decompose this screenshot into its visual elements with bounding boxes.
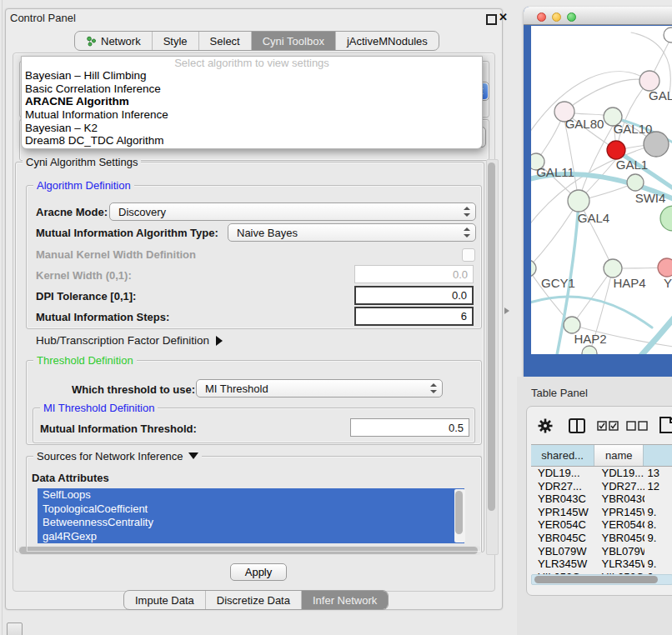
network-node[interactable] xyxy=(582,346,597,354)
float-window-icon[interactable] xyxy=(486,14,497,25)
combo-stepper-icon xyxy=(463,207,470,217)
mi-threshold-input[interactable]: 0.5 xyxy=(350,418,469,437)
minimize-traffic-light[interactable] xyxy=(552,12,561,22)
kernel-width-input[interactable]: 0.0 xyxy=(354,265,474,283)
mi-threshold-value: 0.5 xyxy=(449,422,464,434)
panel-grip-button[interactable] xyxy=(7,622,23,635)
table-row[interactable]: YPR145WYPR145W9. xyxy=(531,506,672,519)
table-cell: YER054C xyxy=(594,518,644,532)
panel-divider-arrow[interactable] xyxy=(504,308,509,314)
network-node-gcy1[interactable] xyxy=(531,260,536,277)
attribute-list-item[interactable]: gal4RGexp xyxy=(38,530,464,544)
table-row[interactable]: YLR345WYLR345W9. xyxy=(531,558,672,571)
network-edge-thick[interactable] xyxy=(531,297,652,328)
network-graph[interactable]: GALGAL80GAL10GAL1GAL11SWI4GAL4GCY1HAP4YH… xyxy=(531,26,672,354)
column-header-partial[interactable] xyxy=(644,445,672,466)
tab-discretize-data[interactable]: Discretize Data xyxy=(205,591,301,609)
network-node-y[interactable] xyxy=(658,258,672,277)
dropdown-item[interactable]: Basic Correlation Inference xyxy=(22,82,482,96)
attributes-vscroll-thumb[interactable] xyxy=(455,491,463,534)
table-row[interactable]: YDL19...YDL19...13 xyxy=(531,467,672,480)
close-icon[interactable]: ✕ xyxy=(499,11,508,23)
attribute-list-item[interactable]: BetweennessCentrality xyxy=(38,516,464,530)
table-cell: YBL079W xyxy=(594,545,644,558)
document-icon[interactable] xyxy=(659,416,672,434)
dropdown-item[interactable]: Dream8 DC_TDC Algorithm xyxy=(22,134,482,148)
table-row[interactable]: YBL079WYBL079W xyxy=(531,545,672,558)
table-cell: YPR145W xyxy=(594,506,644,519)
network-node-hap4[interactable] xyxy=(604,259,622,278)
column-header-shared-name[interactable]: shared... xyxy=(531,445,594,466)
gear-icon[interactable] xyxy=(537,418,554,434)
table-cell: YLR345W xyxy=(594,558,644,571)
table-row[interactable]: YDR27...YDR27...12 xyxy=(531,480,672,493)
attributes-vertical-scrollbar[interactable] xyxy=(454,489,465,542)
table-cell: YER054C xyxy=(531,518,594,532)
tab-network[interactable]: Network xyxy=(75,32,152,50)
attribute-list-item[interactable]: SelfLoops xyxy=(38,488,464,502)
mi-steps-input[interactable]: 6 xyxy=(354,307,474,326)
network-edge-thick[interactable] xyxy=(638,301,672,354)
unselected-checkboxes-icon[interactable] xyxy=(626,421,648,431)
dropdown-item[interactable]: Mutual Information Inference xyxy=(22,108,482,122)
network-node[interactable] xyxy=(644,132,669,157)
attribute-list-item[interactable]: TopologicalCoefficient xyxy=(38,502,464,517)
tab-infer-network[interactable]: Infer Network xyxy=(301,591,388,609)
tab-discretize-data-label: Discretize Data xyxy=(217,594,290,607)
network-canvas[interactable]: GALGAL80GAL10GAL1GAL11SWI4GAL4GCY1HAP4YH… xyxy=(531,26,672,354)
dropdown-item[interactable]: ARACNE Algorithm xyxy=(22,95,482,108)
zoom-traffic-light[interactable] xyxy=(567,12,576,22)
network-node-hap2[interactable] xyxy=(564,317,580,333)
screen-edge-groove xyxy=(2,0,3,635)
tab-cyni-toolbox[interactable]: Cyni Toolbox xyxy=(251,32,335,50)
aracne-mode-combo[interactable]: Discovery xyxy=(109,202,476,221)
network-node[interactable] xyxy=(664,28,672,42)
network-node-label: GAL4 xyxy=(578,211,609,225)
network-node-label: GAL1 xyxy=(616,158,648,172)
apply-button-label: Apply xyxy=(245,566,273,578)
network-node-gal1[interactable] xyxy=(607,141,625,159)
table-horizontal-scrollbar[interactable] xyxy=(531,574,672,585)
tab-jactivemnodules[interactable]: jActiveMNodules xyxy=(335,32,439,50)
network-edge[interactable] xyxy=(564,121,579,201)
mi-algorithm-type-value: Naive Bayes xyxy=(237,227,298,239)
network-edge[interactable] xyxy=(531,201,579,268)
network-edge[interactable] xyxy=(579,126,613,201)
dropdown-item[interactable]: Bayesian – K2 xyxy=(22,122,482,135)
which-threshold-value: MI Threshold xyxy=(205,382,268,395)
settings-vertical-scrollbar[interactable] xyxy=(486,159,499,555)
network-node-label: HAP4 xyxy=(613,276,645,290)
tab-style[interactable]: Style xyxy=(152,32,198,50)
collapsed-arrow-icon[interactable] xyxy=(216,336,223,346)
settings-vscroll-thumb[interactable] xyxy=(488,162,495,511)
table-cell: YBR045C xyxy=(531,532,594,545)
tab-select[interactable]: Select xyxy=(198,32,251,50)
split-columns-icon[interactable] xyxy=(568,418,586,434)
network-node-label: GAL11 xyxy=(536,165,574,179)
table-cell: 9. xyxy=(644,506,672,519)
expanded-arrow-icon[interactable] xyxy=(188,452,198,459)
network-node-gal4[interactable] xyxy=(568,190,589,212)
dpi-tolerance-input[interactable]: 0.0 xyxy=(354,286,474,305)
table-hscroll-thumb[interactable] xyxy=(534,576,658,583)
which-threshold-label: Which threshold to use: xyxy=(72,383,195,396)
network-node-label: GAL80 xyxy=(565,117,604,131)
hub-definition-toggle[interactable]: Hub/Transcription Factor Definition xyxy=(36,334,223,347)
apply-button[interactable]: Apply xyxy=(230,563,287,581)
table-row[interactable]: YBR043CYBR043C xyxy=(531,492,672,506)
network-node-swi4[interactable] xyxy=(627,174,644,191)
column-header-name[interactable]: name xyxy=(594,445,644,466)
mi-algorithm-type-combo[interactable]: Naive Bayes xyxy=(228,223,476,242)
tab-impute-data[interactable]: Impute Data xyxy=(124,591,205,609)
manual-kernel-width-checkbox[interactable] xyxy=(462,248,475,262)
table-row[interactable]: YER054CYER054C8. xyxy=(531,518,672,532)
close-traffic-light[interactable] xyxy=(537,12,546,22)
network-node[interactable] xyxy=(660,206,672,231)
table-cell: 9. xyxy=(644,558,672,571)
table-cell: 12 xyxy=(644,480,672,493)
selected-checkboxes-icon[interactable] xyxy=(597,421,619,431)
table-row[interactable]: YBR045CYBR045C9. xyxy=(531,532,672,545)
which-threshold-combo[interactable]: MI Threshold xyxy=(196,379,443,398)
network-window-titlebar[interactable] xyxy=(524,7,672,25)
dropdown-item[interactable]: Bayesian – Hill Climbing xyxy=(22,69,482,82)
